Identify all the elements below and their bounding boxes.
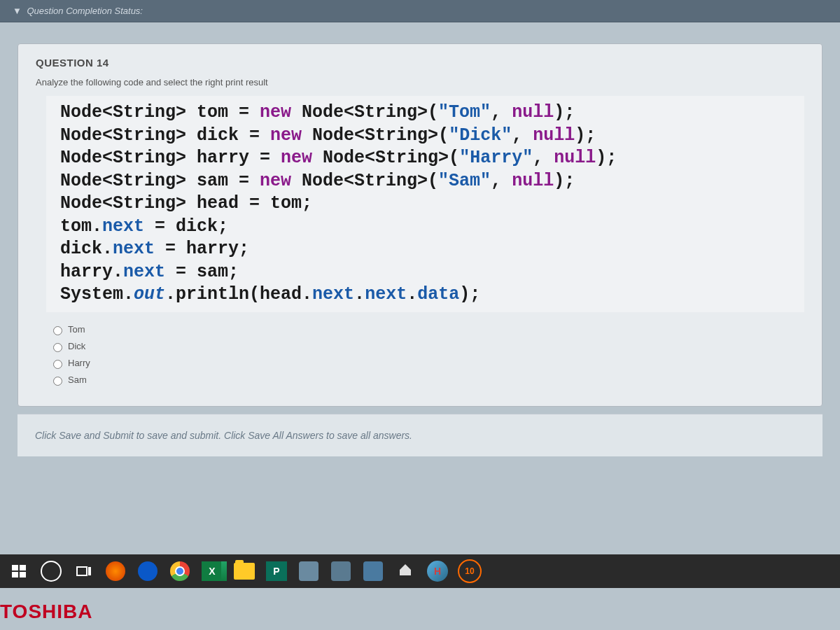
- excel-icon[interactable]: X: [200, 559, 224, 583]
- app-icon-3[interactable]: [329, 559, 353, 583]
- question-block: QUESTION 14 Analyze the following code a…: [18, 43, 822, 407]
- option-harry[interactable]: Harry: [50, 355, 804, 372]
- status-bar: ▼ Question Completion Status:: [0, 0, 840, 22]
- option-label: Tom: [68, 324, 85, 335]
- code-block: Node<String> tom = new Node<String>("Tom…: [46, 96, 804, 312]
- svg-rect-1: [20, 565, 26, 570]
- edge-icon[interactable]: [136, 559, 160, 583]
- notification-badge[interactable]: 10: [458, 559, 482, 583]
- start-icon[interactable]: [7, 559, 31, 583]
- svg-rect-4: [77, 567, 87, 575]
- radio-dick[interactable]: [53, 343, 62, 352]
- app-icon[interactable]: [104, 559, 127, 583]
- chevron-down-icon[interactable]: ▼: [13, 6, 22, 16]
- svg-rect-2: [12, 572, 18, 578]
- radio-harry[interactable]: [53, 360, 62, 369]
- option-dick[interactable]: Dick: [50, 338, 804, 355]
- chrome-icon[interactable]: [168, 559, 192, 583]
- option-label: Sam: [68, 374, 87, 385]
- answer-options: TomDickHarrySam: [18, 318, 822, 406]
- app-icon-5[interactable]: [393, 559, 417, 583]
- app-icon-2[interactable]: [297, 559, 321, 583]
- radio-tom[interactable]: [53, 326, 62, 335]
- svg-rect-3: [20, 572, 26, 578]
- option-sam[interactable]: Sam: [50, 372, 804, 388]
- app-icon-h[interactable]: H: [426, 559, 449, 583]
- radio-sam[interactable]: [53, 377, 62, 386]
- file-explorer-icon[interactable]: [232, 559, 256, 583]
- status-text: Question Completion Status:: [27, 6, 143, 16]
- question-prompt: Analyze the following code and select th…: [18, 74, 822, 96]
- option-label: Harry: [68, 358, 90, 368]
- cortana-icon[interactable]: [39, 559, 63, 583]
- option-tom[interactable]: Tom: [50, 321, 804, 338]
- task-view-icon[interactable]: [71, 559, 95, 583]
- option-label: Dick: [68, 341, 85, 351]
- question-number: QUESTION 14: [18, 44, 822, 74]
- app-icon-4[interactable]: [361, 559, 385, 583]
- svg-rect-0: [12, 565, 18, 570]
- brand-logo: TOSHIBA: [0, 601, 93, 623]
- publisher-icon[interactable]: P: [265, 559, 288, 583]
- taskbar: X P H 10: [0, 554, 840, 588]
- footer-hint: Click Save and Submit to save and submit…: [18, 414, 822, 456]
